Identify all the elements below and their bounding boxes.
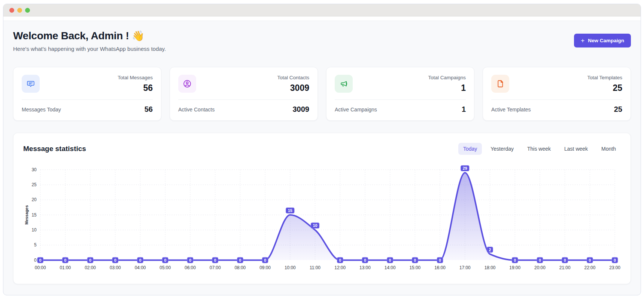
stat-top-label: Total Contacts xyxy=(277,75,309,80)
svg-text:13:00: 13:00 xyxy=(359,265,371,270)
svg-text:01:00: 01:00 xyxy=(60,265,71,270)
svg-text:10: 10 xyxy=(313,223,317,228)
megaphone-icon xyxy=(335,75,353,93)
svg-text:12:00: 12:00 xyxy=(334,265,346,270)
svg-text:0: 0 xyxy=(389,258,391,262)
svg-text:08:00: 08:00 xyxy=(235,265,246,270)
stat-card-top: Total Campaigns 1 xyxy=(335,75,466,93)
stat-card-bottom: Active Templates 25 xyxy=(491,105,622,114)
svg-text:17:00: 17:00 xyxy=(459,265,471,270)
svg-text:02:00: 02:00 xyxy=(85,265,96,270)
stat-bottom-label: Active Campaigns xyxy=(335,107,377,113)
svg-text:23:00: 23:00 xyxy=(609,265,620,270)
svg-text:0: 0 xyxy=(164,258,166,262)
stat-card-top-right: Total Messages 56 xyxy=(118,75,153,93)
svg-text:0: 0 xyxy=(39,258,42,262)
stat-bottom-label: Messages Today xyxy=(22,107,61,113)
page-subtitle: Here's what's happening with your WhatsA… xyxy=(13,46,166,52)
svg-text:0: 0 xyxy=(614,258,616,262)
svg-text:22:00: 22:00 xyxy=(584,265,596,270)
svg-text:0: 0 xyxy=(214,258,216,262)
document-icon xyxy=(491,75,509,93)
svg-text:00:00: 00:00 xyxy=(35,265,46,270)
app-window: Welcome Back, Admin ! 👋 Here's what's ha… xyxy=(3,4,641,295)
tab-last-week[interactable]: Last week xyxy=(559,143,593,155)
stat-card-top: Total Messages 56 xyxy=(22,75,153,93)
svg-text:0: 0 xyxy=(264,258,266,262)
svg-text:5: 5 xyxy=(34,242,37,248)
dashboard-content: Welcome Back, Admin ! 👋 Here's what's ha… xyxy=(3,30,641,284)
svg-text:10:00: 10:00 xyxy=(285,265,296,270)
zoom-button[interactable] xyxy=(25,8,30,13)
tab-month[interactable]: Month xyxy=(596,143,621,155)
stat-card-templates: Total Templates 25 Active Templates 25 xyxy=(483,67,631,121)
svg-text:09:00: 09:00 xyxy=(259,265,271,270)
svg-text:0: 0 xyxy=(414,258,416,262)
period-tabs: TodayYesterdayThis weekLast weekMonth xyxy=(458,143,621,155)
stat-top-value: 3009 xyxy=(277,83,309,93)
stat-card-top-right: Total Templates 25 xyxy=(587,75,622,93)
svg-text:20: 20 xyxy=(32,197,37,202)
close-button[interactable] xyxy=(9,8,14,13)
chart-header: Message statistics TodayYesterdayThis we… xyxy=(23,143,621,155)
new-campaign-button[interactable]: + New Campaign xyxy=(574,34,631,47)
svg-text:25: 25 xyxy=(32,182,37,187)
stat-card-top: Total Templates 25 xyxy=(491,75,622,93)
page-header: Welcome Back, Admin ! 👋 Here's what's ha… xyxy=(13,30,631,52)
svg-text:07:00: 07:00 xyxy=(210,265,221,270)
svg-text:0: 0 xyxy=(239,258,241,262)
minimize-button[interactable] xyxy=(17,8,22,13)
svg-text:0: 0 xyxy=(139,258,141,262)
stat-bottom-value: 25 xyxy=(614,105,622,114)
contact-icon xyxy=(178,75,196,93)
card-divider xyxy=(335,99,466,100)
svg-text:05:00: 05:00 xyxy=(160,265,171,270)
svg-text:2: 2 xyxy=(489,248,491,252)
svg-text:06:00: 06:00 xyxy=(185,265,196,270)
window-titlebar xyxy=(3,4,641,16)
svg-text:0: 0 xyxy=(339,258,341,262)
stat-bottom-label: Active Contacts xyxy=(178,107,215,113)
tab-yesterday[interactable]: Yesterday xyxy=(486,143,519,155)
chart-title: Message statistics xyxy=(23,145,86,153)
card-divider xyxy=(178,99,309,100)
svg-text:20:00: 20:00 xyxy=(534,265,546,270)
welcome-block: Welcome Back, Admin ! 👋 Here's what's ha… xyxy=(13,30,166,52)
svg-text:15: 15 xyxy=(288,208,292,213)
svg-text:18:00: 18:00 xyxy=(484,265,496,270)
message-statistics-card: Message statistics TodayYesterdayThis we… xyxy=(13,133,631,284)
stat-card-bottom: Active Contacts 3009 xyxy=(178,105,309,114)
svg-text:0: 0 xyxy=(114,258,116,262)
y-axis-title: Messages xyxy=(24,205,29,225)
svg-text:0: 0 xyxy=(589,258,591,262)
svg-text:0: 0 xyxy=(189,258,191,262)
svg-text:14:00: 14:00 xyxy=(385,265,396,270)
svg-text:16:00: 16:00 xyxy=(434,265,446,270)
stat-top-label: Total Templates xyxy=(587,75,622,80)
plus-icon: + xyxy=(581,37,584,44)
stat-card-top: Total Contacts 3009 xyxy=(178,75,309,93)
svg-text:19:00: 19:00 xyxy=(509,265,520,270)
stat-top-label: Total Campaigns xyxy=(428,75,466,80)
stat-card-bottom: Active Campaigns 1 xyxy=(335,105,466,114)
svg-text:11:00: 11:00 xyxy=(310,265,321,270)
svg-text:10: 10 xyxy=(32,227,37,233)
stat-card-campaigns: Total Campaigns 1 Active Campaigns 1 xyxy=(326,67,474,121)
svg-text:03:00: 03:00 xyxy=(110,265,121,270)
card-divider xyxy=(491,99,622,100)
stat-card-top-right: Total Campaigns 1 xyxy=(428,75,466,93)
stat-bottom-value: 56 xyxy=(145,105,153,114)
svg-text:0: 0 xyxy=(514,258,516,262)
tab-today[interactable]: Today xyxy=(458,143,482,155)
tab-this-week[interactable]: This week xyxy=(522,143,556,155)
welcome-text: Welcome Back, Admin ! xyxy=(13,30,129,42)
stat-card-bottom: Messages Today 56 xyxy=(22,105,153,114)
stat-bottom-value: 1 xyxy=(462,105,466,114)
svg-text:15: 15 xyxy=(32,212,37,218)
svg-text:0: 0 xyxy=(564,258,566,262)
svg-text:0: 0 xyxy=(34,258,37,263)
page-title: Welcome Back, Admin ! 👋 xyxy=(13,30,166,42)
svg-text:21:00: 21:00 xyxy=(559,265,571,270)
svg-text:15:00: 15:00 xyxy=(410,265,421,270)
svg-text:30: 30 xyxy=(32,167,37,172)
